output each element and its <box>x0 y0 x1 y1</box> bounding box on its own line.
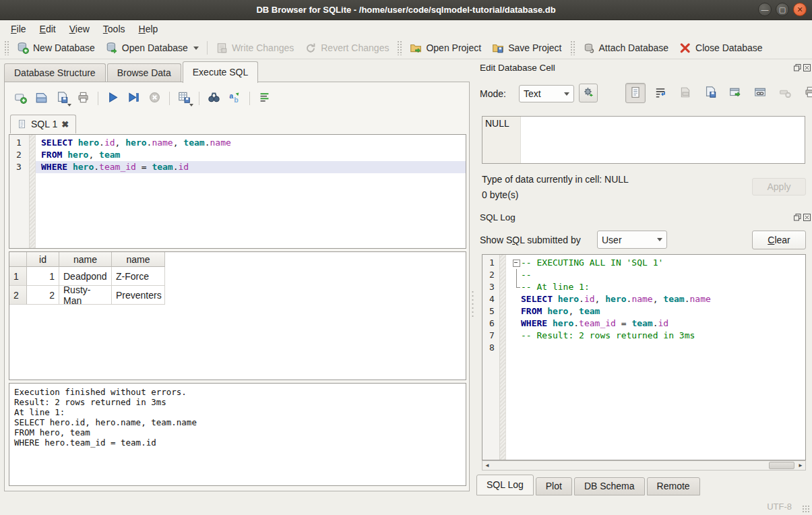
bottom-tab-remote[interactable]: Remote <box>647 477 700 495</box>
auto-switch-mode-button[interactable] <box>579 84 598 102</box>
execute-current-line-button[interactable] <box>125 90 143 107</box>
table-cell[interactable]: Deadpond <box>59 267 112 286</box>
execute-current-line-icon <box>127 91 140 106</box>
chevron-down-icon[interactable] <box>193 47 199 50</box>
tab-browse-data[interactable]: Browse Data <box>107 63 181 82</box>
column-header-name[interactable]: name <box>59 252 112 267</box>
code-line[interactable]: -- Result: 2 rows returned in 3ms <box>506 330 805 342</box>
close-panel-icon[interactable] <box>803 214 811 221</box>
encoding-indicator[interactable]: UTF-8 <box>767 502 792 512</box>
cell-editor-content[interactable] <box>521 117 805 163</box>
word-wrap-button[interactable] <box>650 83 670 103</box>
sql-editor[interactable]: 123 SELECT hero.id, hero.name, team.name… <box>9 134 466 249</box>
code-line[interactable]: WHERE hero.team_id = team.id <box>506 317 805 330</box>
table-row[interactable]: 22Rusty-ManPreventers <box>9 286 466 305</box>
bottom-tab-plot[interactable]: Plot <box>536 477 572 495</box>
code-line[interactable]: SELECT hero.id, hero.name, team.name <box>506 293 805 305</box>
sql-tab[interactable]: SQL 1 ✖ <box>10 115 76 133</box>
auto-complete-button[interactable]: ab <box>226 90 244 107</box>
code-line[interactable]: -- At line 1: <box>506 281 805 293</box>
execution-message[interactable]: Execution finished without errors.Result… <box>9 383 466 486</box>
print-sql-button[interactable] <box>74 90 92 107</box>
new-database-button[interactable]: New Database <box>11 39 100 57</box>
copy-link-button[interactable] <box>750 83 770 103</box>
write-changes-icon <box>216 42 228 54</box>
titlebar[interactable]: DB Browser for SQLite - /home/user/code/… <box>0 0 812 20</box>
execute-all-icon <box>106 91 119 106</box>
code-line[interactable]: WHERE hero.team_id = team.id <box>36 161 466 173</box>
code-line[interactable]: -- EXECUTING ALL IN 'SQL 1' <box>506 257 805 269</box>
column-header-name[interactable]: name <box>112 252 165 267</box>
sql-log-view[interactable]: 12345678 -- EXECUTING ALL IN 'SQL 1'----… <box>482 254 806 460</box>
log-filter-select[interactable]: User <box>597 231 667 249</box>
row-header[interactable]: 2 <box>9 286 27 305</box>
save-project-label: Save Project <box>508 42 561 53</box>
save-results-button[interactable] <box>175 90 193 107</box>
column-header-id[interactable]: id <box>27 252 59 267</box>
open-project-button[interactable]: Open Project <box>404 39 487 57</box>
clear-log-button[interactable]: Clear <box>752 231 806 249</box>
resize-grip[interactable] <box>802 505 810 513</box>
fold-marker-icon[interactable] <box>511 281 521 293</box>
fold-marker-icon[interactable] <box>511 269 521 281</box>
editor-text[interactable]: SELECT hero.id, hero.name, team.nameFROM… <box>36 135 466 248</box>
table-cell[interactable]: 2 <box>27 286 59 305</box>
sql-tab-close-icon[interactable]: ✖ <box>61 119 69 129</box>
table-cell[interactable]: Z-Force <box>112 267 165 286</box>
log-text[interactable]: -- EXECUTING ALL IN 'SQL 1'---- At line … <box>506 255 805 460</box>
scrollbar-thumb[interactable] <box>769 462 794 469</box>
close-panel-icon[interactable] <box>803 64 811 71</box>
row-header[interactable]: 1 <box>9 267 27 286</box>
code-line[interactable]: FROM hero, team <box>36 149 466 161</box>
table-row[interactable]: 11DeadpondZ-Force <box>9 267 466 286</box>
table-cell[interactable]: 1 <box>27 267 59 286</box>
attach-database-button[interactable]: Attach Database <box>577 39 675 57</box>
code-line[interactable]: SELECT hero.id, hero.name, team.name <box>36 137 466 149</box>
execute-all-button[interactable] <box>104 90 122 107</box>
maximize-button-icon[interactable]: ▢ <box>776 3 789 16</box>
results-table[interactable]: idnamename11DeadpondZ-Force22Rusty-ManPr… <box>9 251 466 380</box>
open-external-button[interactable] <box>725 83 745 103</box>
chevron-down-icon[interactable] <box>67 104 71 107</box>
bottom-tab-sql-log[interactable]: SQL Log <box>476 475 534 495</box>
menu-file[interactable]: File <box>4 22 33 36</box>
float-panel-icon[interactable] <box>794 64 801 71</box>
new-sql-tab-button[interactable] <box>11 90 30 107</box>
scroll-right-icon[interactable]: ► <box>796 461 805 470</box>
tab-database-structure[interactable]: Database Structure <box>4 63 106 82</box>
minimize-button-icon[interactable]: — <box>758 3 772 16</box>
menu-help[interactable]: Help <box>132 22 165 36</box>
fold-marker-icon[interactable] <box>511 257 521 269</box>
menu-edit[interactable]: Edit <box>33 22 63 36</box>
menu-tools[interactable]: Tools <box>96 22 132 36</box>
format-sql-button[interactable] <box>255 90 274 107</box>
tab-execute-sql[interactable]: Execute SQL <box>183 61 259 83</box>
mode-select[interactable]: Text <box>519 85 574 102</box>
table-cell[interactable]: Preventers <box>112 286 165 305</box>
chevron-down-icon[interactable] <box>189 104 193 107</box>
find-replace-button[interactable] <box>205 90 223 107</box>
pane-splitter-handle[interactable] <box>471 290 474 317</box>
scroll-left-icon[interactable]: ◄ <box>482 461 492 470</box>
open-database-button[interactable]: Open Database <box>100 39 204 57</box>
float-panel-icon[interactable] <box>794 214 801 221</box>
bottom-tab-db-schema[interactable]: DB Schema <box>574 477 645 495</box>
close-database-button[interactable]: Close Database <box>674 39 768 57</box>
save-sql-file-button[interactable] <box>53 90 71 107</box>
table-cell[interactable]: Rusty-Man <box>59 286 112 305</box>
save-project-button[interactable]: Save Project <box>487 39 567 57</box>
log-horizontal-scrollbar[interactable]: ◄ ► <box>482 460 806 471</box>
cell-editor[interactable]: NULL <box>482 116 805 164</box>
code-line[interactable]: FROM hero, team <box>506 305 805 317</box>
menu-view[interactable]: View <box>63 22 96 36</box>
scrollbar-track[interactable] <box>492 461 796 470</box>
export-cell-button[interactable] <box>700 83 720 103</box>
sql-log-dock-buttons <box>794 214 811 221</box>
close-button-icon[interactable]: ✕ <box>793 3 807 16</box>
code-line[interactable]: -- <box>506 269 805 281</box>
print-cell-button[interactable] <box>800 83 812 103</box>
open-sql-file-button[interactable] <box>32 90 51 107</box>
code-line[interactable] <box>506 342 805 354</box>
apply-button[interactable]: Apply <box>752 178 806 195</box>
text-view-button[interactable] <box>625 83 646 103</box>
